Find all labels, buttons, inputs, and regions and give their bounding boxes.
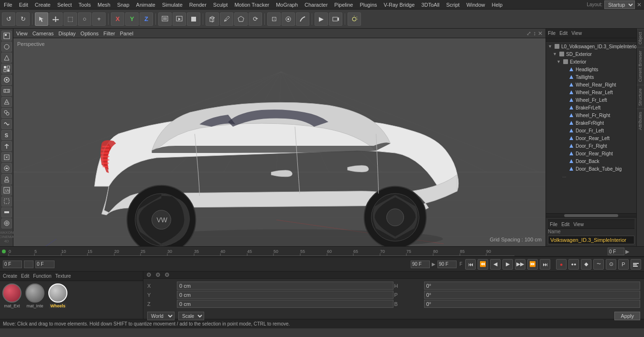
left-tool-15[interactable]: UV: [1, 185, 12, 196]
grid-tool-button[interactable]: ⊡: [267, 12, 281, 26]
left-tool-16[interactable]: [1, 196, 12, 207]
left-tool-1[interactable]: [1, 31, 12, 41]
menu-item-select[interactable]: Select: [56, 2, 74, 8]
goto-prev-button[interactable]: ⏪: [478, 259, 488, 270]
tree-item-brake-fr-left[interactable]: BrakeFrLeft: [546, 104, 636, 111]
motion-path-button[interactable]: 〜: [593, 259, 604, 270]
preview-button[interactable]: ⊙: [606, 259, 616, 270]
tree-item-door-fr-right[interactable]: Door_Fr_Right: [546, 142, 636, 150]
menu-item-3dtoall[interactable]: 3DToAll: [420, 2, 441, 8]
redo-button[interactable]: ↻: [16, 12, 30, 26]
menu-item-animate[interactable]: Animate: [135, 2, 157, 8]
viewport-menu-panel[interactable]: Panel: [120, 31, 133, 36]
left-tool-2[interactable]: [1, 42, 12, 52]
viewport-menu-filter[interactable]: Filter: [103, 31, 115, 36]
right-file-item-view[interactable]: View: [571, 31, 582, 36]
tree-item-door-back[interactable]: Door_Back: [546, 157, 636, 165]
render-stop-button[interactable]: [187, 12, 200, 26]
anim-settings-button[interactable]: P: [618, 259, 629, 270]
left-tool-9[interactable]: [1, 119, 12, 129]
tree-item-door-rear-left[interactable]: Door_Rear_Left: [546, 134, 636, 142]
tree-expand-exterior[interactable]: ▼: [557, 59, 562, 64]
z-axis-button[interactable]: Z: [140, 12, 153, 26]
viewport-menu-view[interactable]: View: [16, 31, 28, 36]
left-tool-11[interactable]: [1, 141, 12, 151]
viewport-area[interactable]: VW: [13, 38, 546, 246]
tree-item-sd-exterior[interactable]: ▼ SD_Exterior: [546, 50, 636, 58]
menu-item-pipeline[interactable]: Pipeline: [333, 2, 354, 8]
frame-current-input[interactable]: [35, 261, 55, 268]
material-swatch-2[interactable]: Wheels: [48, 283, 67, 308]
layout-select[interactable]: Startup: [604, 0, 635, 9]
side-tab-browser[interactable]: Current Browser: [637, 47, 644, 85]
left-tool-5[interactable]: [1, 75, 12, 85]
mat-function-item[interactable]: Function: [33, 273, 51, 279]
frame-tick-input[interactable]: [24, 261, 33, 268]
tree-scrollbar-thumb[interactable]: [564, 214, 618, 217]
viewport-menu-cameras[interactable]: Cameras: [33, 31, 54, 36]
mat-edit-item[interactable]: Edit: [21, 273, 29, 279]
menu-item-create[interactable]: Create: [33, 2, 52, 8]
menu-item-script[interactable]: Script: [445, 2, 461, 8]
tree-item-wheel-fr-left[interactable]: Wheel_Fr_Left: [546, 96, 636, 104]
x-axis-button[interactable]: X: [111, 12, 124, 26]
side-tab-attributes[interactable]: Attributes: [637, 109, 644, 133]
render-view-button[interactable]: [158, 12, 172, 26]
tree-item-root[interactable]: ▼ L0_Volkswagen_ID.3_SimpleInterior: [546, 43, 636, 50]
left-tool-6[interactable]: [1, 86, 12, 96]
menu-item-character[interactable]: Character: [303, 2, 329, 8]
name-view-item[interactable]: View: [573, 222, 584, 227]
rotate-tool-button[interactable]: ○: [78, 12, 91, 26]
play-button[interactable]: ▶: [502, 259, 513, 270]
left-tool-4[interactable]: [1, 64, 12, 74]
viewport-icon-expand[interactable]: ⤢: [526, 30, 531, 37]
keyframe-button[interactable]: ◆: [581, 259, 591, 270]
coord-x-input[interactable]: [177, 282, 393, 290]
camera-tool-button[interactable]: [329, 12, 342, 26]
left-tool-8[interactable]: [1, 108, 12, 118]
tree-item-door-rear-right[interactable]: Door_Rear_Right: [546, 150, 636, 157]
tree-item-exterior[interactable]: ▼ Exterior: [546, 58, 636, 65]
viewport-icon-close[interactable]: ✕: [538, 30, 543, 37]
menu-item-mesh[interactable]: Mesh: [96, 2, 112, 8]
record-button[interactable]: ●: [556, 259, 567, 270]
tree-item-more[interactable]: ...: [546, 173, 636, 179]
left-tool-17[interactable]: [1, 207, 12, 217]
menu-item-simulate[interactable]: Simulate: [161, 2, 184, 8]
coord-p-input[interactable]: [424, 291, 641, 299]
tree-expand-sd[interactable]: ▼: [553, 52, 558, 56]
menu-item-tools[interactable]: Tools: [77, 2, 92, 8]
timeline-frame-input[interactable]: [608, 248, 624, 255]
tree-item-taillights[interactable]: Taillights: [546, 73, 636, 81]
undo-button[interactable]: ↺: [2, 12, 15, 26]
move-tool-button[interactable]: [49, 12, 63, 26]
left-tool-10[interactable]: S: [1, 130, 12, 140]
side-tab-structure[interactable]: Structure: [637, 85, 644, 109]
menu-item-vraybridge[interactable]: V-Ray Bridge: [382, 2, 416, 8]
tree-scrollbar[interactable]: [546, 213, 636, 217]
render-anim-button[interactable]: [173, 12, 186, 26]
menu-item-edit[interactable]: Edit: [18, 2, 30, 8]
goto-start-button[interactable]: ⏮: [465, 259, 476, 270]
tree-item-door-back-tube[interactable]: Door_Back_Tube_big: [546, 165, 636, 173]
coord-h-input[interactable]: [424, 282, 641, 290]
tree-item-wheel-fr-right[interactable]: Wheel_Fr_Right: [546, 111, 636, 119]
next-frame-button[interactable]: ▶▶: [515, 259, 525, 270]
side-tab-object[interactable]: Object: [637, 29, 644, 47]
left-tool-13[interactable]: [1, 163, 12, 173]
name-edit-item[interactable]: Edit: [561, 222, 569, 227]
timeline-arrow[interactable]: ▶: [625, 249, 629, 255]
right-file-item-file[interactable]: File: [548, 31, 556, 36]
light-tool-button[interactable]: [348, 12, 361, 26]
right-file-item-edit[interactable]: Edit: [559, 31, 568, 36]
mat-texture-item[interactable]: Texture: [55, 273, 71, 279]
fps-input-2[interactable]: [437, 261, 457, 268]
left-tool-7[interactable]: [1, 97, 12, 107]
frame-start-input[interactable]: [3, 261, 22, 268]
menu-item-file[interactable]: File: [2, 2, 14, 8]
left-tool-14[interactable]: [1, 174, 12, 184]
coord-b-input[interactable]: [424, 300, 641, 308]
material-swatch-1[interactable]: mat_Inte: [25, 283, 44, 308]
loop-tool-button[interactable]: ⟳: [249, 12, 262, 26]
viewport-menu-display[interactable]: Display: [58, 31, 76, 36]
